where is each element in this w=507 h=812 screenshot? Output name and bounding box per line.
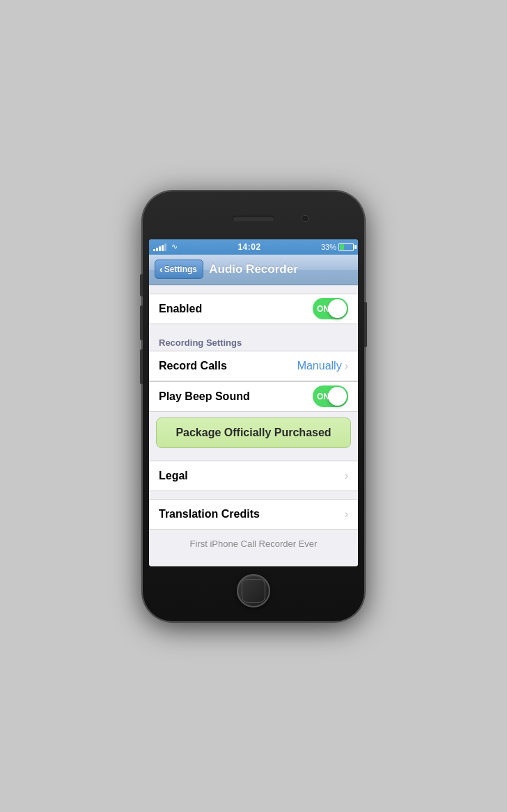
- navigation-bar: ‹ Settings Audio Recorder: [149, 255, 358, 285]
- back-button-label: Settings: [164, 264, 197, 274]
- purchased-label: Package Officially Purchased: [176, 427, 331, 439]
- legal-chevron-icon: ›: [345, 470, 348, 482]
- translation-group: Translation Credits ›: [149, 499, 358, 530]
- signal-bar-2: [156, 248, 158, 251]
- legal-label: Legal: [159, 470, 188, 482]
- record-calls-value-group: Manually ›: [297, 360, 348, 372]
- page-title: Audio Recorder: [209, 262, 298, 276]
- wifi-icon: ∿: [171, 242, 178, 251]
- settings-content: Enabled ON Recording Settings Record Cal…: [149, 285, 358, 566]
- back-chevron-icon: ‹: [159, 264, 163, 275]
- enabled-toggle[interactable]: ON: [313, 298, 348, 319]
- back-button[interactable]: ‹ Settings: [155, 260, 203, 279]
- translation-row[interactable]: Translation Credits ›: [149, 499, 358, 530]
- status-right: 33%: [321, 243, 354, 251]
- play-beep-label: Play Beep Sound: [159, 390, 250, 403]
- home-button[interactable]: [237, 574, 270, 607]
- battery-fill: [340, 244, 344, 250]
- play-beep-toggle[interactable]: ON: [313, 385, 348, 407]
- phone-bottom: [149, 566, 358, 615]
- spacer-3: [149, 492, 358, 499]
- signal-strength: [153, 243, 166, 251]
- translation-chevron-icon: ›: [345, 508, 348, 520]
- phone-top: [149, 198, 358, 239]
- home-button-inner: [242, 579, 265, 603]
- battery-percent: 33%: [321, 243, 336, 251]
- translation-label: Translation Credits: [159, 508, 260, 520]
- status-time: 14:02: [237, 242, 260, 252]
- power-button[interactable]: [364, 302, 367, 347]
- signal-bar-3: [159, 246, 161, 251]
- record-calls-label: Record Calls: [159, 360, 227, 372]
- earpiece-speaker: [233, 216, 274, 221]
- beep-toggle-knob: [328, 387, 347, 406]
- screen: ∿ 14:02 33% ‹ Settings Audio Recorder: [149, 239, 358, 566]
- legal-row[interactable]: Legal ›: [149, 461, 358, 491]
- recording-section-header: Recording Settings: [149, 332, 358, 351]
- status-bar: ∿ 14:02 33%: [149, 239, 358, 255]
- record-calls-row[interactable]: Record Calls Manually ›: [149, 351, 358, 381]
- record-calls-value: Manually: [297, 360, 342, 372]
- enabled-group: Enabled ON: [149, 294, 358, 324]
- battery-icon: [338, 243, 354, 251]
- front-camera: [302, 216, 308, 221]
- play-beep-row[interactable]: Play Beep Sound ON: [149, 381, 358, 412]
- enabled-label: Enabled: [159, 303, 202, 315]
- mute-button[interactable]: [140, 274, 143, 296]
- toggle-knob: [328, 299, 347, 318]
- phone-frame: ∿ 14:02 33% ‹ Settings Audio Recorder: [142, 191, 365, 622]
- legal-group: Legal ›: [149, 461, 358, 491]
- spacer-1: [149, 325, 358, 332]
- footer-text: First iPhone Call Recorder Ever: [149, 530, 358, 555]
- signal-bar-1: [153, 249, 155, 251]
- record-calls-chevron-icon: ›: [345, 360, 348, 372]
- spacer-2: [149, 454, 358, 461]
- recording-settings-group: Recording Settings Record Calls Manually…: [149, 332, 358, 412]
- signal-bar-4: [162, 245, 164, 251]
- enabled-row[interactable]: Enabled ON: [149, 294, 358, 324]
- volume-down-button[interactable]: [140, 349, 143, 384]
- status-left: ∿: [153, 242, 178, 251]
- volume-up-button[interactable]: [140, 305, 143, 340]
- purchased-row: Package Officially Purchased: [156, 417, 351, 448]
- signal-bar-5: [164, 244, 166, 251]
